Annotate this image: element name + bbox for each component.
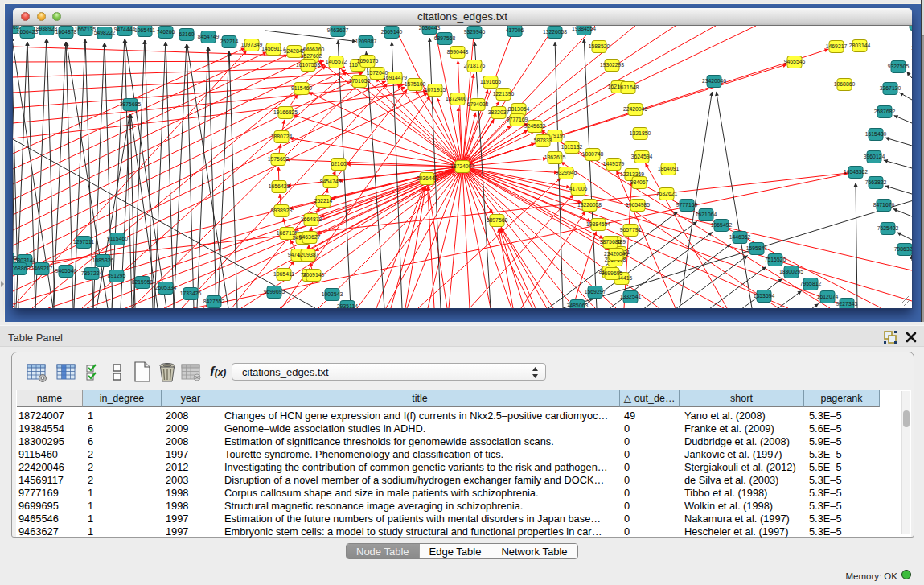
svg-text:1664878: 1664878 (55, 29, 77, 35)
svg-text:18724007: 18724007 (446, 96, 470, 101)
svg-text:14569117: 14569117 (261, 46, 285, 51)
svg-text:1880724: 1880724 (271, 134, 293, 139)
svg-text:7955812: 7955812 (800, 281, 822, 286)
svg-text:1068860: 1068860 (13, 266, 30, 271)
svg-text:1621064: 1621064 (696, 212, 717, 217)
svg-text:3624594: 3624594 (631, 154, 653, 159)
svg-text:8454749: 8454749 (198, 34, 220, 39)
svg-text:1362615: 1362615 (544, 154, 566, 160)
svg-text:1065411: 1065411 (134, 27, 155, 33)
svg-text:587833: 587833 (534, 138, 552, 143)
svg-text:23420046: 23420046 (702, 78, 726, 84)
svg-text:1965492: 1965492 (711, 222, 733, 228)
svg-text:8427552: 8427552 (203, 299, 225, 304)
svg-text:7625402: 7625402 (877, 225, 899, 231)
svg-text:2718176: 2718176 (464, 63, 486, 68)
svg-text:1209387: 1209387 (298, 252, 319, 257)
svg-text:10046786: 10046786 (911, 45, 912, 51)
svg-text:1701650: 1701650 (349, 78, 371, 84)
svg-text:9245682: 9245682 (524, 123, 546, 129)
svg-text:7485063: 7485063 (567, 303, 589, 308)
svg-text:417006: 417006 (569, 186, 588, 192)
svg-text:1002543: 1002543 (322, 291, 343, 297)
svg-text:19384554: 19384554 (572, 26, 596, 31)
svg-text:1671648: 1671648 (618, 84, 639, 90)
svg-text:9657791: 9657791 (620, 227, 642, 233)
svg-text:9777169: 9777169 (676, 202, 698, 208)
svg-text:1469217: 1469217 (31, 266, 53, 271)
svg-text:1656423: 1656423 (17, 29, 39, 35)
svg-text:7357224: 7357224 (81, 270, 103, 276)
svg-text:1575100: 1575100 (405, 81, 426, 87)
svg-text:1615480: 1615480 (865, 131, 887, 137)
svg-text:1469217: 1469217 (826, 43, 848, 49)
svg-text:1191665: 1191665 (480, 79, 501, 84)
svg-text:9474444: 9474444 (114, 27, 136, 32)
svg-text:9777169: 9777169 (507, 117, 528, 122)
svg-text:8990448: 8990448 (447, 49, 469, 55)
svg-text:22420046: 22420046 (623, 106, 647, 112)
svg-text:1405572: 1405572 (326, 59, 347, 64)
svg-text:8454749: 8454749 (320, 179, 342, 184)
svg-text:9327505: 9327505 (888, 64, 910, 69)
svg-text:1332541: 1332541 (620, 294, 642, 299)
svg-text:1449579: 1449579 (603, 161, 625, 167)
svg-text:9115460: 9115460 (291, 85, 312, 91)
svg-text:1065411: 1065411 (273, 271, 294, 277)
svg-text:6897568: 6897568 (487, 217, 508, 223)
svg-text:7663822: 7663822 (865, 179, 887, 185)
svg-text:19384554: 19384554 (586, 221, 610, 227)
svg-text:1085326: 1085326 (92, 257, 114, 263)
svg-text:18300295: 18300295 (779, 269, 803, 274)
svg-text:2036443: 2036443 (417, 175, 438, 181)
svg-text:417006: 417006 (506, 27, 524, 33)
svg-text:9329946: 9329946 (556, 170, 577, 175)
svg-text:1446362: 1446362 (729, 234, 751, 240)
svg-text:891295: 891295 (108, 273, 126, 278)
svg-text:2935114: 2935114 (337, 303, 358, 308)
svg-text:1097349: 1097349 (241, 42, 263, 47)
svg-text:9463627: 9463627 (299, 234, 321, 240)
svg-text:1209387: 1209387 (355, 39, 377, 44)
svg-text:3267130: 3267130 (880, 85, 901, 91)
svg-text:1615132: 1615132 (561, 144, 583, 150)
svg-text:6794028: 6794028 (467, 101, 489, 107)
svg-text:2687682: 2687682 (874, 109, 896, 114)
svg-text:2069140: 2069140 (381, 29, 403, 35)
svg-text:3960124: 3960124 (864, 154, 885, 159)
svg-text:62160: 62160 (331, 161, 347, 167)
svg-text:1595841: 1595841 (746, 245, 768, 251)
svg-text:7986322: 7986322 (894, 246, 912, 252)
svg-text:1071915: 1071915 (425, 87, 446, 93)
svg-text:1297511: 1297511 (73, 239, 94, 245)
svg-text:9465546: 9465546 (784, 59, 806, 64)
svg-text:8471676: 8471676 (873, 202, 895, 208)
svg-text:984067: 984067 (630, 179, 649, 185)
svg-text:13226058: 13226058 (577, 202, 602, 208)
svg-text:13226058: 13226058 (543, 29, 567, 35)
svg-text:23420046: 23420046 (604, 251, 628, 257)
svg-text:252214: 252214 (220, 39, 239, 44)
svg-text:6897568: 6897568 (434, 35, 456, 41)
svg-text:18724007: 18724007 (450, 163, 474, 169)
svg-text:19166825: 19166825 (273, 109, 298, 115)
svg-text:2605334: 2605334 (155, 285, 177, 290)
svg-text:8938923: 8938923 (271, 208, 293, 213)
svg-text:9115460: 9115460 (107, 236, 128, 241)
svg-text:1664878: 1664878 (301, 216, 322, 222)
svg-text:16914479: 16914479 (383, 75, 407, 80)
svg-text:746266: 746266 (157, 29, 175, 35)
svg-text:1733426: 1733426 (180, 290, 202, 296)
svg-text:19654985: 19654985 (626, 202, 650, 208)
svg-text:1612074: 1612074 (817, 294, 839, 299)
svg-text:9524851: 9524851 (906, 26, 912, 27)
svg-text:3875685: 3875685 (600, 239, 622, 245)
svg-text:3875685: 3875685 (120, 101, 142, 107)
svg-text:7632621: 7632621 (656, 191, 678, 196)
svg-text:252214: 252214 (314, 198, 333, 204)
svg-text:16107553: 16107553 (296, 62, 320, 68)
svg-text:8813054: 8813054 (508, 106, 530, 112)
svg-text:1667135: 1667135 (75, 27, 97, 32)
svg-text:1353594: 1353594 (754, 293, 775, 299)
svg-text:2803144: 2803144 (849, 43, 871, 48)
